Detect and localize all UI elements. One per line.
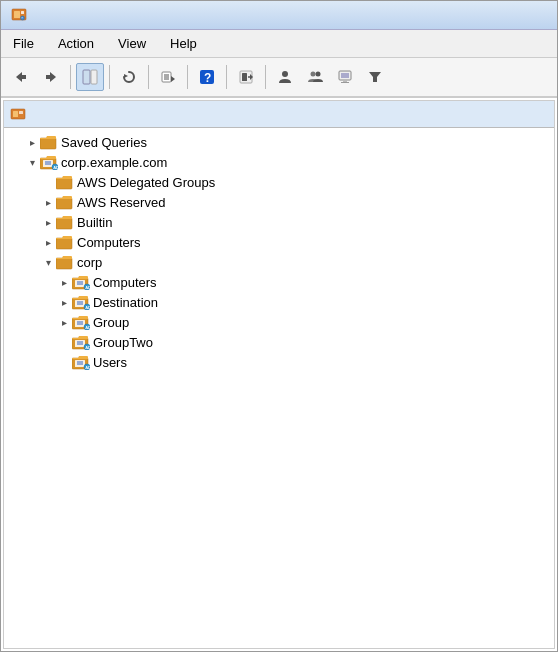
tree-item-corp-example-com[interactable]: AD corp.example.com: [4, 152, 554, 172]
folder-icon-computers-root: [56, 234, 77, 250]
toolbar-btn-filter[interactable]: [361, 63, 389, 91]
tree-view: Saved Queries AD corp.example.com AWS De…: [4, 128, 554, 376]
svg-marker-30: [369, 72, 381, 82]
tree-item-group-two[interactable]: AD GroupTwo: [4, 332, 554, 352]
expander-aws-reserved[interactable]: [40, 194, 56, 210]
tree-item-destination[interactable]: AD Destination: [4, 292, 554, 312]
toolbar-btn-computer[interactable]: [331, 63, 359, 91]
svg-text:AD: AD: [85, 325, 90, 330]
expander-computers-root[interactable]: [40, 234, 56, 250]
sep5: [226, 65, 227, 89]
svg-rect-28: [343, 80, 347, 82]
root-icon: [10, 106, 26, 122]
tree-item-saved-queries[interactable]: Saved Queries: [4, 132, 554, 152]
expander-corp[interactable]: [40, 254, 56, 270]
svg-rect-10: [91, 70, 97, 84]
expander-group[interactable]: [56, 314, 72, 330]
svg-rect-34: [40, 138, 56, 149]
expander-saved-queries[interactable]: [24, 134, 40, 150]
svg-text:AD: AD: [53, 165, 58, 170]
menu-bar: FileActionViewHelp: [1, 30, 557, 58]
svg-text:AD: AD: [85, 365, 90, 370]
svg-rect-6: [22, 75, 26, 79]
toolbar-btn-help-btn[interactable]: ?: [193, 63, 221, 91]
toolbar-btn-users[interactable]: [301, 63, 329, 91]
menu-item-action[interactable]: Action: [46, 32, 106, 55]
toolbar-btn-back[interactable]: [7, 63, 35, 91]
svg-point-24: [311, 72, 316, 77]
toolbar-btn-show-console[interactable]: [76, 63, 104, 91]
toolbar-btn-run[interactable]: [232, 63, 260, 91]
svg-marker-11: [124, 74, 128, 78]
svg-rect-33: [19, 111, 23, 114]
svg-point-23: [282, 71, 288, 77]
svg-marker-5: [16, 72, 22, 82]
svg-marker-16: [171, 76, 175, 82]
sep3: [148, 65, 149, 89]
svg-rect-44: [56, 238, 72, 249]
tree-label-aws-delegated: AWS Delegated Groups: [77, 175, 215, 190]
svg-point-25: [316, 72, 321, 77]
svg-rect-2: [21, 11, 24, 14]
toolbar-btn-forward[interactable]: [37, 63, 65, 91]
svg-rect-45: [56, 258, 72, 269]
tree-label-corp: corp: [77, 255, 102, 270]
tree-container[interactable]: Saved Queries AD corp.example.com AWS De…: [3, 100, 555, 649]
folder-icon-users: AD: [72, 354, 93, 370]
title-bar: *: [1, 1, 557, 30]
toolbar-btn-user[interactable]: [271, 63, 299, 91]
app-icon: *: [11, 7, 27, 23]
folder-icon-aws-reserved: [56, 194, 77, 210]
svg-text:AD: AD: [85, 345, 90, 350]
toolbar-btn-export[interactable]: [154, 63, 182, 91]
menu-item-help[interactable]: Help: [158, 32, 209, 55]
folder-icon-destination: AD: [72, 294, 93, 310]
svg-rect-32: [13, 111, 18, 117]
tree-label-corp-example-com: corp.example.com: [61, 155, 167, 170]
svg-rect-42: [56, 198, 72, 209]
tree-item-aws-reserved[interactable]: AWS Reserved: [4, 192, 554, 212]
folder-icon-saved-queries: [40, 134, 61, 150]
toolbar: ?: [1, 58, 557, 98]
toolbar-btn-refresh[interactable]: [115, 63, 143, 91]
tree-label-computers-root: Computers: [77, 235, 141, 250]
tree-item-computers-corp[interactable]: AD Computers: [4, 272, 554, 292]
svg-text:?: ?: [204, 71, 211, 85]
sep1: [70, 65, 71, 89]
expander-builtin[interactable]: [40, 214, 56, 230]
tree-label-computers-corp: Computers: [93, 275, 157, 290]
sep6: [265, 65, 266, 89]
svg-rect-20: [242, 73, 247, 81]
svg-marker-7: [50, 72, 56, 82]
tree-item-corp[interactable]: corp: [4, 252, 554, 272]
folder-icon-group-two: AD: [72, 334, 93, 350]
tree-label-builtin: Builtin: [77, 215, 112, 230]
tree-label-group: Group: [93, 315, 129, 330]
tree-item-users[interactable]: AD Users: [4, 352, 554, 372]
expander-destination[interactable]: [56, 294, 72, 310]
menu-item-file[interactable]: File: [1, 32, 46, 55]
sep2: [109, 65, 110, 89]
svg-rect-8: [46, 75, 50, 79]
menu-item-view[interactable]: View: [106, 32, 158, 55]
svg-rect-41: [56, 178, 72, 189]
main-window: * FileActionViewHelp ? Saved Queries: [0, 0, 558, 652]
sep4: [187, 65, 188, 89]
tree-item-aws-delegated[interactable]: AWS Delegated Groups: [4, 172, 554, 192]
svg-rect-43: [56, 218, 72, 229]
tree-label-saved-queries: Saved Queries: [61, 135, 147, 150]
folder-icon-computers-corp: AD: [72, 274, 93, 290]
tree-label-aws-reserved: AWS Reserved: [77, 195, 165, 210]
expander-computers-corp[interactable]: [56, 274, 72, 290]
tree-label-users: Users: [93, 355, 127, 370]
svg-rect-27: [341, 73, 349, 78]
svg-rect-1: [14, 11, 20, 18]
tree-item-builtin[interactable]: Builtin: [4, 212, 554, 232]
tree-root-header: [4, 101, 554, 128]
tree-item-computers-root[interactable]: Computers: [4, 232, 554, 252]
tree-label-group-two: GroupTwo: [93, 335, 153, 350]
folder-icon-corp-example-com: AD: [40, 154, 61, 170]
tree-label-destination: Destination: [93, 295, 158, 310]
tree-item-group[interactable]: AD Group: [4, 312, 554, 332]
expander-corp-example-com[interactable]: [24, 154, 40, 170]
